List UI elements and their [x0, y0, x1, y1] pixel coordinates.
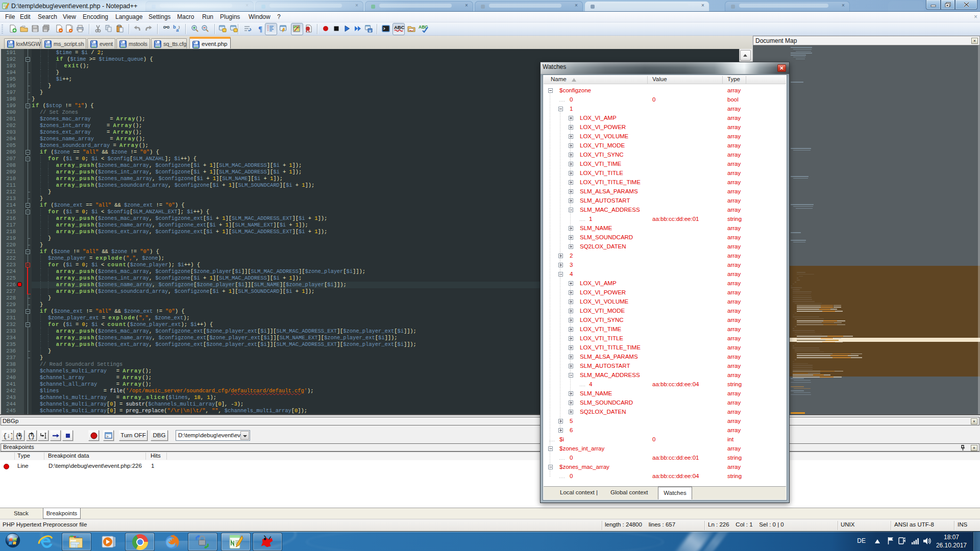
svg-text:a: a	[176, 28, 179, 33]
svg-text:ABC: ABC	[394, 24, 404, 30]
svg-text:¶: ¶	[258, 25, 262, 33]
svg-text:>: >	[106, 434, 109, 439]
svg-text:{↓}: {↓}	[3, 433, 12, 440]
svg-text:{}: {}	[15, 433, 22, 440]
svg-text:{}: {}	[28, 433, 35, 440]
